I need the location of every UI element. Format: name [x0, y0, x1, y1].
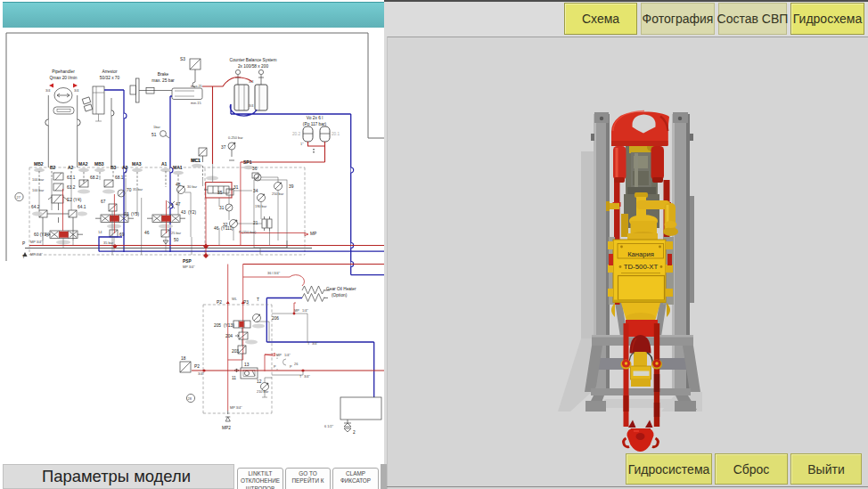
svg-text:37: 37: [221, 145, 226, 150]
svg-text:60 (Y3): 60 (Y3): [34, 232, 48, 237]
svg-text:MP: MP: [310, 232, 316, 236]
svg-text:1": 1": [300, 142, 304, 146]
svg-text:68.2: 68.2: [90, 175, 99, 180]
svg-text:MP 3/4": MP 3/4": [183, 265, 195, 269]
svg-text:Gear Oil Heater: Gear Oil Heater: [326, 287, 356, 291]
svg-text:MA3: MA3: [132, 161, 142, 167]
svg-text:206: 206: [272, 316, 279, 321]
svg-text:204: 204: [225, 334, 233, 338]
svg-text:67: 67: [101, 200, 106, 204]
svg-text:39: 39: [289, 184, 294, 189]
svg-text:28: 28: [188, 396, 192, 401]
svg-text:11: 11: [232, 376, 236, 380]
svg-text:50/32 x 70: 50/32 x 70: [100, 76, 120, 80]
svg-text:1/4": 1/4": [284, 353, 291, 357]
svg-text:3/4": 3/4": [304, 374, 310, 379]
svg-text:SP1: SP1: [243, 159, 252, 165]
svg-text:T: T: [257, 297, 259, 302]
svg-text:27: 27: [17, 195, 20, 200]
svg-text:3/4": 3/4": [198, 371, 204, 376]
svg-text:MC1: MC1: [191, 158, 201, 163]
svg-text:min.15: min.15: [191, 101, 201, 105]
svg-text:210 bar: 210 bar: [257, 389, 269, 394]
svg-text:03: 03: [124, 212, 129, 216]
svg-text:MA2: MA2: [78, 161, 88, 167]
svg-text:E2 (Y4): E2 (Y4): [67, 198, 82, 202]
svg-text:20.2: 20.2: [292, 132, 300, 136]
svg-text:50: 50: [174, 238, 179, 242]
svg-text:MP 3/4": MP 3/4": [230, 405, 242, 410]
svg-text:69: 69: [119, 232, 125, 237]
svg-text:(Y2): (Y2): [188, 210, 196, 215]
svg-text:6 1/2": 6 1/2": [324, 424, 334, 428]
svg-text:64.1: 64.1: [78, 205, 86, 209]
svg-text:46: 46: [214, 226, 219, 231]
svg-text:1bar: 1bar: [153, 125, 160, 129]
svg-text:26: 26: [294, 362, 298, 366]
svg-text:A1: A1: [161, 161, 168, 167]
svg-text:35 bar: 35 bar: [133, 187, 143, 192]
svg-text:34: 34: [253, 189, 258, 193]
svg-text:0-250 bar: 0-250 bar: [228, 135, 243, 140]
svg-text:P (150 bar): P (150 bar): [239, 230, 257, 234]
svg-text:31: 31: [233, 185, 239, 190]
svg-text:3/4: 3/4: [74, 88, 79, 93]
svg-text:20.1: 20.1: [332, 132, 340, 136]
svg-text:PSP: PSP: [183, 259, 192, 264]
svg-text:48: 48: [176, 183, 181, 187]
svg-text:3/4": 3/4": [312, 341, 318, 346]
svg-text:P: P: [22, 241, 25, 246]
svg-text:P: P: [290, 364, 292, 369]
svg-text:14: 14: [98, 230, 102, 234]
svg-text:WL: WL: [232, 297, 238, 301]
svg-text:3/4: 3/4: [249, 103, 254, 108]
svg-text:A3: A3: [122, 165, 128, 170]
svg-text:30 bar: 30 bar: [187, 184, 198, 189]
svg-text:MB2: MB2: [34, 161, 44, 167]
svg-text:max. 25 bar: max. 25 bar: [151, 78, 175, 83]
svg-text:31: 31: [219, 206, 225, 210]
svg-text:Brake: Brake: [158, 72, 169, 77]
svg-text:70: 70: [127, 188, 132, 192]
svg-text:MB3: MB3: [94, 161, 104, 167]
svg-text:(Po 117 bar): (Po 117 bar): [303, 122, 327, 126]
svg-text:S3: S3: [180, 57, 185, 61]
svg-text:MP 3/4": MP 3/4": [30, 240, 43, 244]
svg-text:100 bar: 100 bar: [32, 188, 45, 192]
svg-text:Counter Balance System: Counter Balance System: [229, 58, 276, 62]
svg-text:P2: P2: [217, 300, 222, 305]
svg-text:P: P: [274, 364, 276, 369]
svg-text:51: 51: [151, 133, 157, 137]
svg-text:P2: P2: [194, 364, 200, 369]
svg-text:46: 46: [144, 231, 150, 235]
svg-text:18: 18: [181, 356, 186, 361]
svg-text:2: 2: [353, 430, 356, 435]
svg-text:B3: B3: [111, 165, 117, 170]
svg-text:B2: B2: [50, 165, 56, 170]
svg-text:100 bar: 100 bar: [32, 177, 45, 182]
svg-text:MP 3/4": MP 3/4": [30, 252, 43, 257]
svg-text:Vo 2x 6 l: Vo 2x 6 l: [307, 116, 323, 120]
svg-text:1/4": 1/4": [302, 308, 308, 313]
svg-text:(Option): (Option): [332, 293, 348, 297]
svg-text:32: 32: [223, 223, 228, 227]
svg-text:12: 12: [257, 379, 262, 384]
svg-text:36 l 3/4": 36 l 3/4": [267, 271, 281, 275]
svg-text:(Y5): (Y5): [131, 212, 139, 216]
svg-text:64.2: 64.2: [31, 205, 40, 209]
svg-text:A2: A2: [68, 165, 74, 170]
svg-text:21: 21: [253, 221, 258, 225]
svg-text:2x 100/58 x 200: 2x 100/58 x 200: [238, 64, 268, 69]
svg-text:Pipehandler: Pipehandler: [52, 69, 75, 74]
svg-text:13: 13: [244, 363, 250, 367]
svg-text:43: 43: [181, 210, 186, 215]
svg-text:Arrestor: Arrestor: [102, 69, 117, 74]
svg-text:68.1: 68.1: [115, 175, 124, 180]
svg-text:205: 205: [214, 323, 221, 328]
svg-text:P3: P3: [243, 300, 249, 305]
svg-text:36: 36: [252, 167, 258, 171]
svg-text:Qmax 20 l/min: Qmax 20 l/min: [50, 76, 78, 80]
svg-text:(Y13): (Y13): [224, 323, 234, 328]
svg-text:MP2: MP2: [222, 426, 231, 430]
svg-text:3/4: 3/4: [45, 88, 51, 93]
